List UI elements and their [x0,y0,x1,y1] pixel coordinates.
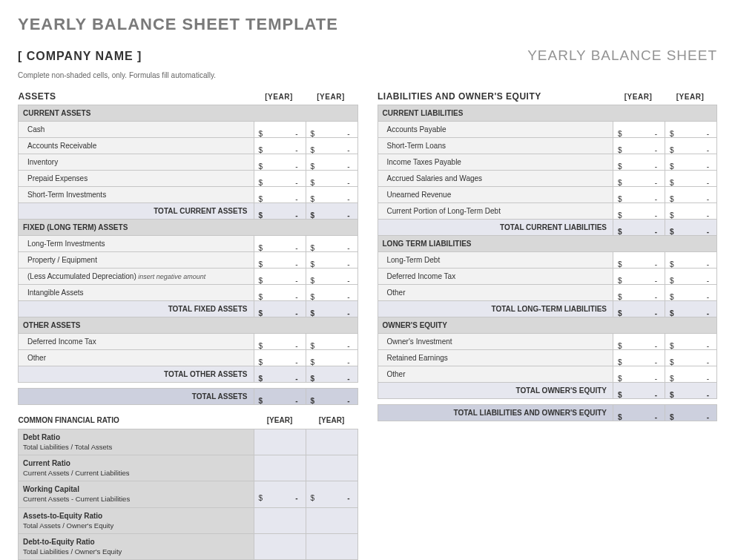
value-cell[interactable]: $- [306,236,357,252]
value-cell[interactable]: $- [254,138,306,154]
total-assets-label: TOTAL ASSETS [19,389,254,405]
table-row: Other$-$- [19,350,358,366]
value-cell[interactable]: $- [613,154,665,171]
ratio-value [254,533,306,559]
row-label: Inventory [19,154,254,171]
value-cell[interactable]: $- [665,138,717,154]
table-row: Cash$-$- [19,122,358,138]
total-longterm-liabilities-y2: $- [665,301,717,317]
value-cell[interactable]: $- [665,154,717,171]
row-label: Deferred Income Tax [19,334,254,350]
row-label: Long-Term Investments [19,236,254,252]
ratios-table: COMMON FINANCIAL RATIO [YEAR] [YEAR] Deb… [18,412,358,560]
value-cell[interactable]: $- [254,285,306,301]
value-cell[interactable]: $- [665,366,717,383]
value-cell[interactable]: $- [613,350,665,366]
liab-year-1[interactable]: [YEAR] [613,88,665,105]
year-col-1[interactable]: [YEAR] [254,88,306,105]
table-row: Deferred Income Tax$-$- [19,334,358,350]
value-cell[interactable]: $- [306,122,357,138]
ratio-row: Assets-to-Equity RatioTotal Assets / Own… [19,507,358,533]
value-cell[interactable]: $- [254,236,306,252]
value-cell[interactable]: $- [665,334,717,350]
value-cell[interactable]: $- [254,187,306,203]
table-row: Accounts Payable$-$- [378,122,717,138]
liabilities-column: LIABILITIES AND OWNER'S EQUITY [YEAR] [Y… [378,88,718,421]
table-row: Accrued Salaries and Wages$-$- [378,171,717,187]
value-cell[interactable]: $- [254,334,306,350]
liab-year-2[interactable]: [YEAR] [665,88,717,105]
row-label: Other [378,285,613,301]
row-label: Owner's Investment [378,334,613,350]
value-cell[interactable]: $- [254,350,306,366]
year-col-2[interactable]: [YEAR] [306,88,357,105]
longterm-liabilities-header: LONG TERM LIABILITIES [378,236,717,252]
row-label: Other [378,366,613,383]
value-cell[interactable]: $- [306,350,357,366]
value-cell[interactable]: $- [306,269,357,285]
value-cell[interactable]: $- [665,252,717,269]
total-liabilities-equity-label: TOTAL LIABILITIES AND OWNER'S EQUITY [378,405,613,421]
value-cell[interactable]: $- [613,269,665,285]
value-cell[interactable]: $- [665,122,717,138]
value-cell[interactable]: $- [613,187,665,203]
value-cell[interactable]: $- [306,252,357,269]
total-owners-equity-y1: $- [613,383,665,399]
value-cell[interactable]: $- [306,138,357,154]
row-label: Property / Equipment [19,252,254,269]
value-cell[interactable]: $- [613,366,665,383]
current-liabilities-header: CURRENT LIABILITIES [378,105,717,122]
row-label: Short-Term Loans [378,138,613,154]
value-cell[interactable]: $- [254,269,306,285]
liabilities-heading: LIABILITIES AND OWNER'S EQUITY [378,88,613,105]
value-cell[interactable]: $- [665,285,717,301]
ratio-row: Debt RatioTotal Liabilities / Total Asse… [19,429,358,455]
total-current-liabilities-y1: $- [613,220,665,236]
value-cell[interactable]: $- [613,138,665,154]
value-cell[interactable]: $- [665,203,717,220]
ratio-row: Debt-to-Equity RatioTotal Liabilities / … [19,533,358,559]
table-row: Unearned Revenue$-$- [378,187,717,203]
value-cell[interactable]: $- [613,334,665,350]
value-cell[interactable]: $- [254,171,306,187]
value-cell[interactable]: $- [665,350,717,366]
sheet-name: YEARLY BALANCE SHEET [527,47,717,64]
table-row: Short-Term Investments$-$- [19,187,358,203]
row-label: Retained Earnings [378,350,613,366]
total-current-liabilities-y2: $- [665,220,717,236]
table-row: Short-Term Loans$-$- [378,138,717,154]
value-cell[interactable]: $- [254,252,306,269]
value-cell[interactable]: $- [306,154,357,171]
owners-equity-header: OWNER'S EQUITY [378,317,717,334]
ratio-label: Debt-to-Equity RatioTotal Liabilities / … [19,533,254,559]
value-cell[interactable]: $- [613,252,665,269]
total-fixed-assets-y2: $- [306,301,357,317]
row-label: Accrued Salaries and Wages [378,171,613,187]
total-other-assets-y1: $- [254,366,306,383]
value-cell[interactable]: $- [665,171,717,187]
value-cell[interactable]: $- [665,269,717,285]
ratio-row: Working CapitalCurrent Assets - Current … [19,481,358,507]
ratio-value [254,507,306,533]
value-cell[interactable]: $- [306,171,357,187]
value-cell[interactable]: $- [254,122,306,138]
company-name[interactable]: [ COMPANY NAME ] [18,50,142,63]
value-cell[interactable]: $- [306,187,357,203]
value-cell[interactable]: $- [254,154,306,171]
other-assets-header: OTHER ASSETS [19,317,358,334]
value-cell[interactable]: $- [665,187,717,203]
value-cell[interactable]: $- [613,171,665,187]
value-cell[interactable]: $- [306,334,357,350]
value-cell[interactable]: $- [306,285,357,301]
ratio-label: Working CapitalCurrent Assets - Current … [19,481,254,507]
ratio-row: Current RatioCurrent Assets / Current Li… [19,455,358,481]
total-liabilities-equity-y1: $- [613,405,665,421]
current-assets-header: CURRENT ASSETS [19,105,358,122]
value-cell[interactable]: $- [613,285,665,301]
value-cell[interactable]: $- [613,122,665,138]
total-longterm-liabilities-y1: $- [613,301,665,317]
total-owners-equity-y2: $- [665,383,717,399]
assets-column: ASSETS [YEAR] [YEAR] CURRENT ASSETS Cash… [18,88,358,560]
table-row: Intangible Assets$-$- [19,285,358,301]
value-cell[interactable]: $- [613,203,665,220]
